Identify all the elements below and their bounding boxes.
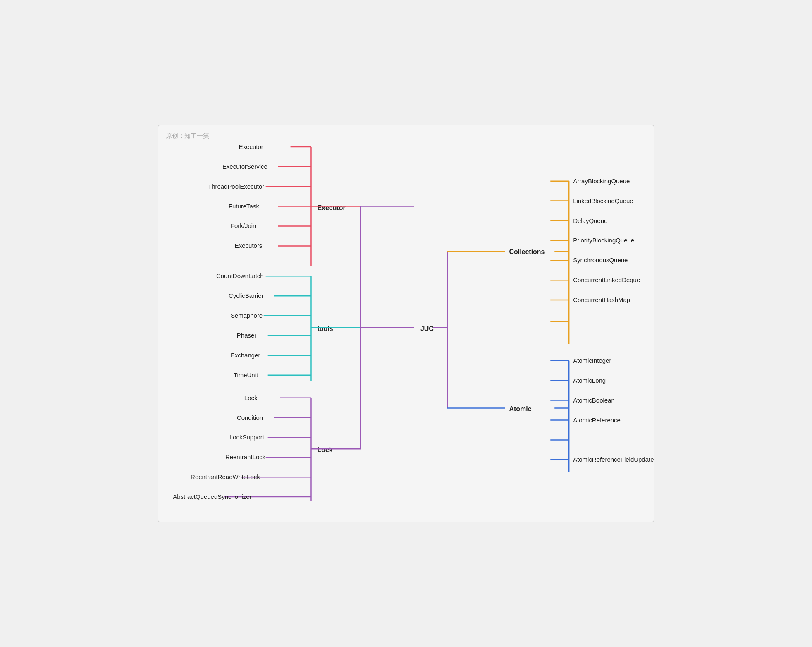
lock-item-4: ReentrantReadWriteLock <box>191 473 260 480</box>
lock-item-2: LockSupport <box>229 434 265 441</box>
executor-item-0: Executor <box>239 143 263 150</box>
executor-item-4: Fork/Join <box>231 222 256 229</box>
tools-item-2: Semaphore <box>231 312 263 319</box>
atomic-item-0: AtomicInteger <box>573 357 611 364</box>
tools-item-0: CountDownLatch <box>216 272 264 279</box>
tools-group-label: tools <box>317 325 333 332</box>
collections-item-7: ... <box>573 318 578 325</box>
juc-label: JUC <box>420 325 434 332</box>
collections-item-6: ConcurrentHashMap <box>573 296 630 303</box>
atomic-item-2: AtomicBoolean <box>573 397 615 404</box>
executor-item-2: ThreadPoolExecutor <box>208 183 264 190</box>
lock-item-1: Condition <box>237 414 263 421</box>
collections-item-0: ArrayBlockingQueue <box>573 177 630 185</box>
lock-item-5: AbstractQueuedSynchonizer <box>173 493 251 500</box>
collections-item-2: DelayQueue <box>573 217 607 224</box>
executor-group-label: Executor <box>317 204 345 211</box>
atomic-item-4: AtomicReferenceFieldUpdater <box>573 456 654 463</box>
atomic-item-3: AtomicReference <box>573 417 621 424</box>
tools-item-3: Phaser <box>237 332 256 339</box>
lock-item-0: Lock <box>244 394 258 401</box>
tools-item-4: Exchanger <box>231 352 260 359</box>
lock-group-label: Lock <box>317 446 332 453</box>
tools-item-5: TimeUnit <box>234 371 258 379</box>
tools-item-1: CyclicBarrier <box>229 292 264 299</box>
lock-item-3: ReentrantLock <box>225 453 266 460</box>
collections-item-3: PriorityBlockingQueue <box>573 237 634 244</box>
executor-item-1: ExecutorService <box>222 163 267 170</box>
collections-group-label: Collections <box>509 248 545 255</box>
collections-item-5: ConcurrentLinkedDeque <box>573 276 640 283</box>
atomic-item-1: AtomicLong <box>573 377 606 384</box>
collections-item-4: SynchronousQueue <box>573 256 628 264</box>
collections-item-1: LinkedBlockingQueue <box>573 197 633 204</box>
atomic-group-label: Atomic <box>509 405 531 412</box>
executor-item-3: FutureTask <box>229 203 259 210</box>
executor-item-5: Executors <box>235 242 263 249</box>
diagram-container: 原创：知了一笑 Executor ExecutorService ThreadP… <box>158 125 654 522</box>
